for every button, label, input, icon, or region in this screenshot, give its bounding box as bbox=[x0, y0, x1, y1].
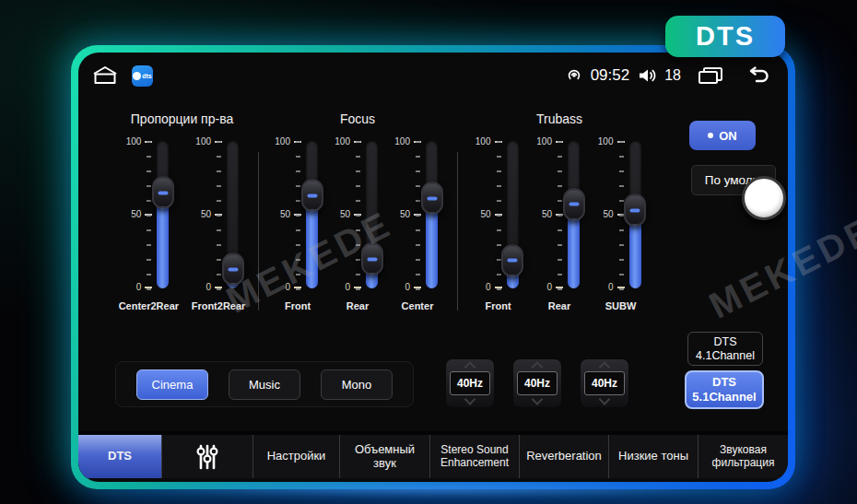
slider-track[interactable] bbox=[426, 141, 438, 288]
slider-handle[interactable] bbox=[421, 182, 443, 215]
screenshot-canvas: dts 09:52 18 bbox=[0, 0, 857, 504]
slider-scale: 100 50 0 bbox=[337, 141, 361, 288]
slider-track[interactable] bbox=[227, 141, 239, 288]
slider-scale: 100 50 0 bbox=[539, 141, 563, 288]
freq-value: 40Hz bbox=[450, 371, 490, 395]
chevron-down-icon[interactable] bbox=[532, 393, 544, 405]
cast-icon bbox=[566, 67, 582, 84]
slider-handle[interactable] bbox=[563, 188, 585, 220]
slider-handle[interactable] bbox=[361, 243, 383, 275]
slider-scale: 100 50 0 bbox=[397, 141, 421, 288]
slider-label: SUBW bbox=[605, 300, 637, 311]
slider-track[interactable] bbox=[157, 141, 169, 288]
dts-4-1-channel-button[interactable]: DTS 4.1Channel bbox=[687, 332, 763, 366]
dts-app-logo bbox=[133, 72, 141, 80]
slider-handle[interactable] bbox=[222, 253, 244, 286]
slider-label: Front bbox=[285, 300, 311, 311]
slider-scale: 100 50 0 bbox=[128, 141, 152, 288]
freq-value: 40Hz bbox=[584, 371, 625, 395]
group-focus: Focus 100 50 0 bbox=[258, 111, 457, 311]
slider-label: Rear bbox=[548, 300, 570, 311]
group-trubass: Trubass 100 50 0 bbox=[457, 111, 662, 311]
slider-focus-rear: 100 50 0 Rear bbox=[337, 141, 378, 311]
volume-icon[interactable] bbox=[638, 67, 656, 84]
slider-focus-front: 100 50 0 Front bbox=[277, 141, 318, 311]
power-on-button[interactable]: ON bbox=[689, 121, 756, 150]
status-bar-right: 09:52 18 bbox=[566, 66, 771, 85]
tab-surround-sound[interactable]: Объемный звук bbox=[339, 435, 429, 478]
slider-label: Front2Rear bbox=[192, 300, 246, 311]
slider-handle[interactable] bbox=[624, 194, 646, 227]
back-icon[interactable] bbox=[744, 66, 771, 85]
group-proportions: Пропорции пр-ва 100 50 0 bbox=[106, 111, 258, 311]
home-icon[interactable] bbox=[91, 65, 119, 86]
rotary-knob[interactable] bbox=[742, 176, 786, 220]
slider-scale: 100 50 0 bbox=[198, 141, 222, 288]
tab-stereo-sound-enhancement[interactable]: Stereo Sound Enhancement bbox=[429, 435, 519, 478]
tab-low-tones[interactable]: Низкие тоны bbox=[608, 435, 698, 478]
group-title: Focus bbox=[258, 111, 457, 126]
chevron-down-icon[interactable] bbox=[599, 393, 611, 405]
slider-track[interactable] bbox=[306, 141, 318, 288]
power-dot-icon bbox=[708, 133, 713, 138]
slider-trubass-subw: 100 50 0 SUBW bbox=[601, 141, 641, 311]
recent-apps-icon[interactable] bbox=[697, 66, 724, 85]
tab-settings[interactable]: Настройки bbox=[252, 435, 339, 478]
head-unit-screen: dts 09:52 18 bbox=[78, 53, 788, 482]
slider-track[interactable] bbox=[366, 141, 378, 288]
slider-handle[interactable] bbox=[501, 244, 523, 276]
slider-track[interactable] bbox=[629, 141, 641, 288]
slider-label: Front bbox=[485, 300, 511, 311]
tab-reverberation[interactable]: Reverberation bbox=[519, 435, 608, 478]
equalizer-icon bbox=[194, 443, 221, 471]
slider-label: Center bbox=[402, 300, 434, 311]
slider-scale: 100 50 0 bbox=[478, 141, 502, 288]
frequency-selectors: 40Hz 40Hz 40Hz bbox=[445, 358, 629, 408]
slider-label: Rear bbox=[346, 300, 369, 311]
volume-level: 18 bbox=[664, 67, 681, 84]
tab-sound-filtering[interactable]: Звуковая фильтрация bbox=[698, 435, 788, 478]
preset-mono-button[interactable]: Mono bbox=[321, 369, 393, 400]
slider-track[interactable] bbox=[568, 141, 580, 288]
slider-trubass-rear: 100 50 0 Rear bbox=[539, 141, 580, 311]
freq-spinner-subw[interactable]: 40Hz bbox=[580, 358, 629, 408]
clock: 09:52 bbox=[591, 66, 630, 85]
dts-sliders-panel: Пропорции пр-ва 100 50 0 bbox=[106, 111, 662, 311]
preset-cinema-button[interactable]: Cinema bbox=[136, 369, 208, 400]
dts-app-icon[interactable]: dts bbox=[132, 65, 153, 87]
preset-music-button[interactable]: Music bbox=[229, 369, 300, 400]
preset-group: Cinema Music Mono bbox=[115, 361, 414, 407]
slider-track[interactable] bbox=[507, 141, 519, 288]
status-bar: dts 09:52 18 bbox=[91, 60, 771, 91]
tab-dts[interactable]: DTS bbox=[78, 435, 161, 478]
slider-handle[interactable] bbox=[152, 177, 174, 209]
slider-trubass-front: 100 50 0 Front bbox=[478, 141, 519, 311]
dts-5-1-channel-button[interactable]: DTS 5.1Channel bbox=[685, 370, 764, 409]
group-title: Trubass bbox=[457, 111, 662, 126]
freq-spinner-front[interactable]: 40Hz bbox=[445, 358, 495, 408]
slider-scale: 100 50 0 bbox=[277, 141, 301, 288]
slider-focus-center: 100 50 0 Center bbox=[397, 141, 438, 311]
slider-center2rear: 100 50 0 Center2Rear bbox=[119, 141, 179, 311]
group-title: Пропорции пр-ва bbox=[106, 111, 258, 126]
slider-label: Center2Rear bbox=[119, 300, 179, 311]
chevron-down-icon[interactable] bbox=[464, 393, 476, 405]
slider-scale: 100 50 0 bbox=[601, 141, 625, 288]
bottom-tab-bar: DTS Настройки Объемный звук Stereo Sound… bbox=[78, 431, 788, 478]
freq-value: 40Hz bbox=[517, 371, 558, 395]
slider-front2rear: 100 50 0 Front2Rear bbox=[192, 141, 246, 311]
freq-spinner-rear[interactable]: 40Hz bbox=[512, 358, 562, 408]
dts-corner-badge: DTS bbox=[665, 16, 785, 57]
tab-equalizer[interactable] bbox=[161, 435, 252, 478]
slider-handle[interactable] bbox=[301, 180, 323, 212]
